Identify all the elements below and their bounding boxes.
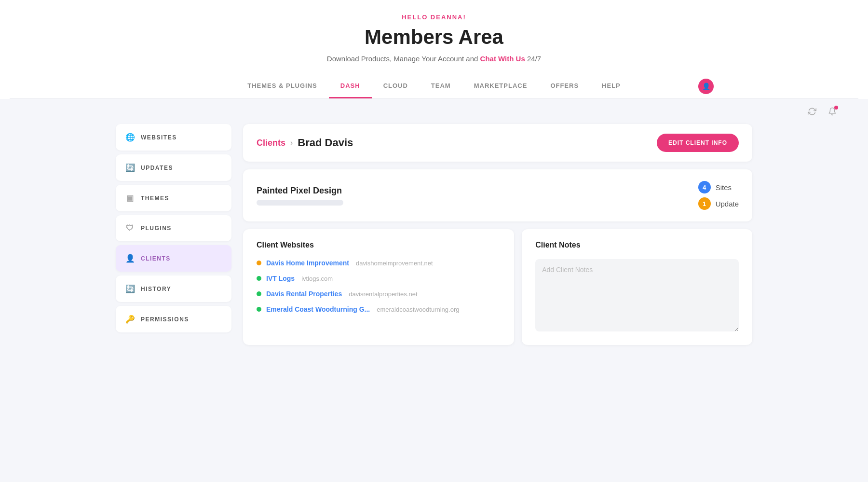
chat-link[interactable]: Chat With Us xyxy=(480,55,525,63)
subtitle-pre: Download Products, Manage Your Account a… xyxy=(327,55,478,63)
status-dot xyxy=(257,291,261,296)
toolbar-row xyxy=(0,99,868,124)
top-header: HELLO DEANNA! Members Area Download Prod… xyxy=(0,0,868,99)
sidebar-item-themes[interactable]: ▣ THEMES xyxy=(116,185,231,211)
main-nav: THEMES & PLUGINS DASH CLOUD TEAM MARKETP… xyxy=(10,74,858,99)
client-websites-title: Client Websites xyxy=(257,241,501,249)
sidebar-item-websites[interactable]: 🌐 WEBSITES xyxy=(116,124,231,151)
client-email-blurred xyxy=(257,200,343,206)
client-websites-panel: Client Websites Davis Home Improvement d… xyxy=(243,229,514,345)
site-name[interactable]: IVT Logs xyxy=(266,275,295,282)
website-list: Davis Home Improvement davishomeimprovem… xyxy=(257,259,501,313)
breadcrumb-clients-link[interactable]: Clients xyxy=(257,138,285,148)
sites-count-badge: 4 xyxy=(698,181,711,193)
updates-icon: 🔄 xyxy=(125,163,135,172)
client-info-card: Painted Pixel Design 4 Sites 1 Update xyxy=(243,169,752,221)
site-url: davisrentalproperties.net xyxy=(349,290,417,298)
page-title: Members Area xyxy=(10,26,858,49)
breadcrumb-separator: › xyxy=(290,138,293,147)
subtitle-post: 24/7 xyxy=(527,55,541,63)
sidebar: 🌐 WEBSITES 🔄 UPDATES ▣ THEMES 🛡 PLUGINS … xyxy=(116,124,231,345)
status-dot xyxy=(257,261,261,265)
list-item: IVT Logs ivtlogs.com xyxy=(257,275,501,282)
sidebar-item-plugins[interactable]: 🛡 PLUGINS xyxy=(116,215,231,241)
stat-updates: 1 Update xyxy=(698,197,739,210)
history-icon: 🔄 xyxy=(125,284,135,293)
themes-icon: ▣ xyxy=(125,193,135,203)
bottom-panels: Client Websites Davis Home Improvement d… xyxy=(243,229,752,345)
list-item: Davis Home Improvement davishomeimprovem… xyxy=(257,259,501,267)
edit-client-info-button[interactable]: EDIT CLIENT INFO xyxy=(657,134,739,152)
main-layout: 🌐 WEBSITES 🔄 UPDATES ▣ THEMES 🛡 PLUGINS … xyxy=(96,124,772,364)
breadcrumb: Clients › Brad Davis xyxy=(257,137,353,149)
sidebar-label-websites: WEBSITES xyxy=(141,134,177,141)
nav-dash[interactable]: DASH xyxy=(329,74,372,98)
stat-sites: 4 Sites xyxy=(698,181,732,193)
client-notes-panel: Client Notes xyxy=(522,229,752,345)
sites-label: Sites xyxy=(716,183,732,192)
sidebar-label-plugins: PLUGINS xyxy=(141,225,172,232)
list-item: Emerald Coast Woodturning G... emeraldco… xyxy=(257,305,501,313)
site-name[interactable]: Davis Rental Properties xyxy=(266,290,342,298)
nav-offers[interactable]: OFFERS xyxy=(539,74,590,98)
subtitle: Download Products, Manage Your Account a… xyxy=(10,55,858,63)
globe-icon: 🌐 xyxy=(125,133,135,142)
site-url: davishomeimprovement.net xyxy=(356,260,433,267)
site-url: emeraldcoastwoodturning.org xyxy=(377,306,459,313)
avatar[interactable]: 👤 xyxy=(698,79,714,94)
plugins-icon: 🛡 xyxy=(125,224,135,233)
site-url: ivtlogs.com xyxy=(301,275,333,282)
sidebar-label-permissions: PERMISSIONS xyxy=(141,316,189,323)
notification-icon[interactable] xyxy=(826,105,839,118)
client-notes-title: Client Notes xyxy=(535,241,739,249)
status-dot xyxy=(257,307,261,312)
client-company: Painted Pixel Design xyxy=(257,186,343,196)
sidebar-label-clients: CLIENTS xyxy=(141,255,171,262)
nav-inner: THEMES & PLUGINS DASH CLOUD TEAM MARKETP… xyxy=(145,74,723,98)
breadcrumb-card: Clients › Brad Davis EDIT CLIENT INFO xyxy=(243,124,752,162)
client-notes-textarea[interactable] xyxy=(535,259,739,331)
sidebar-item-permissions[interactable]: 🔑 PERMISSIONS xyxy=(116,306,231,332)
nav-help[interactable]: HELP xyxy=(590,74,632,98)
sidebar-item-history[interactable]: 🔄 HISTORY xyxy=(116,275,231,302)
client-left: Painted Pixel Design xyxy=(257,186,343,206)
refresh-icon[interactable] xyxy=(805,105,819,118)
updates-count-badge: 1 xyxy=(698,197,711,210)
nav-team[interactable]: TEAM xyxy=(420,74,462,98)
clients-icon: 👤 xyxy=(125,254,135,263)
notification-dot xyxy=(834,106,838,110)
permissions-icon: 🔑 xyxy=(125,315,135,324)
site-name[interactable]: Davis Home Improvement xyxy=(266,259,349,267)
sidebar-label-history: HISTORY xyxy=(141,286,171,292)
breadcrumb-current: Brad Davis xyxy=(298,137,353,149)
content-area: Clients › Brad Davis EDIT CLIENT INFO Pa… xyxy=(243,124,752,345)
sidebar-item-clients[interactable]: 👤 CLIENTS xyxy=(116,245,231,272)
nav-themes-plugins[interactable]: THEMES & PLUGINS xyxy=(236,74,329,98)
nav-cloud[interactable]: CLOUD xyxy=(372,74,420,98)
sidebar-label-themes: THEMES xyxy=(141,195,169,202)
hello-greeting: HELLO DEANNA! xyxy=(10,14,858,21)
status-dot xyxy=(257,276,261,281)
client-stats: 4 Sites 1 Update xyxy=(698,181,739,210)
sidebar-label-updates: UPDATES xyxy=(141,165,173,171)
site-name[interactable]: Emerald Coast Woodturning G... xyxy=(266,305,370,313)
nav-marketplace[interactable]: MARKETPLACE xyxy=(462,74,539,98)
updates-label: Update xyxy=(716,200,739,208)
sidebar-item-updates[interactable]: 🔄 UPDATES xyxy=(116,154,231,181)
list-item: Davis Rental Properties davisrentalprope… xyxy=(257,290,501,298)
